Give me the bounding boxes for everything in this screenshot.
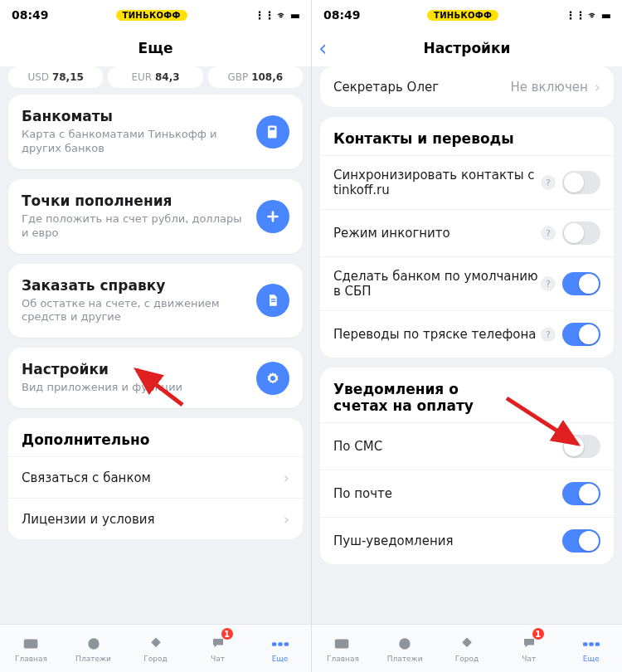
tab-more[interactable]: Еще <box>249 625 311 672</box>
badge-chat: 1 <box>532 628 544 640</box>
battery-icon: ▬ <box>601 9 610 22</box>
currency-gbp[interactable]: GBP 108,6 <box>208 66 303 88</box>
help-icon[interactable]: ? <box>541 226 556 241</box>
svg-point-7 <box>88 638 99 649</box>
row-sync-contacts: Синхронизировать контакты с tinkoff.ru ? <box>320 155 614 209</box>
tab-home[interactable]: Главная <box>0 625 62 672</box>
status-icons: ⋮⋮ ᯤ ▬ <box>255 9 299 22</box>
section-extra: Дополнительно Связаться с банком › Лицен… <box>8 418 303 539</box>
row-shake: Переводы по тряске телефона ? <box>320 310 614 358</box>
status-icons: ⋮⋮ ᯤ ▬ <box>566 9 610 22</box>
tab-payments[interactable]: Платежи <box>62 625 124 672</box>
tab-chat[interactable]: 1Чат <box>498 625 560 672</box>
row-label: Секретарь Олег <box>333 80 439 95</box>
card-title: Заказать справку <box>22 277 246 294</box>
back-button[interactable]: ‹ <box>318 36 327 61</box>
svg-rect-1 <box>270 128 275 130</box>
section-head: Уведомления о счетах на оплату <box>320 368 503 422</box>
svg-rect-15 <box>595 642 600 646</box>
row-contact-bank[interactable]: Связаться с банком › <box>8 456 303 498</box>
pay-icon <box>85 635 103 653</box>
status-bar: 08:49 ТИНЬКОФФ ⋮⋮ ᯤ ▬ <box>0 0 311 30</box>
section-head: Дополнительно <box>8 418 303 456</box>
status-bar: 08:49 ТИНЬКОФФ ⋮⋮ ᯤ ▬ <box>312 0 622 30</box>
toggle-push[interactable] <box>562 529 600 553</box>
wifi-icon: ᯤ <box>588 9 598 22</box>
row-label: По СМС <box>333 439 562 454</box>
row-label: По почте <box>333 486 562 501</box>
toggle-default-bank[interactable] <box>562 272 600 295</box>
city-icon <box>458 635 476 653</box>
time: 08:49 <box>323 8 361 22</box>
currency-usd[interactable]: USD 78,15 <box>8 66 103 88</box>
row-push: Пуш-уведомления <box>320 517 614 564</box>
row-label: Связаться с банком <box>22 470 151 485</box>
brand-pill: ТИНЬКОФФ <box>116 10 187 21</box>
wifi-icon: ᯤ <box>277 9 287 22</box>
help-icon[interactable]: ? <box>541 276 556 291</box>
card-title: Банкоматы <box>22 108 246 124</box>
toggle-shake[interactable] <box>562 323 600 346</box>
tab-more[interactable]: Еще <box>560 625 622 672</box>
svg-rect-9 <box>278 642 283 646</box>
svg-rect-6 <box>23 639 37 648</box>
svg-rect-14 <box>589 642 594 646</box>
svg-point-5 <box>270 376 275 381</box>
pay-icon <box>396 635 414 653</box>
help-icon[interactable]: ? <box>541 175 556 190</box>
navbar: ‹ Настройки <box>312 30 622 66</box>
row-status: Не включен <box>511 80 588 95</box>
content-left[interactable]: USD 78,15 EUR 84,3 GBP 108,6 БанкоматыКа… <box>0 66 311 624</box>
cellular-icon: ⋮⋮ <box>255 9 275 22</box>
card-sub: Где положить на счет рубли, доллары и ев… <box>22 212 246 241</box>
content-right[interactable]: Секретарь Олег Не включен› Контакты и пе… <box>312 66 622 624</box>
tabbar: Главная Платежи Город 1Чат Еще <box>0 624 311 672</box>
badge-chat: 1 <box>221 628 233 640</box>
chevron-right-icon: › <box>284 469 289 486</box>
navbar: Еще <box>0 30 311 66</box>
doc-icon <box>256 284 289 317</box>
card-title: Точки пополнения <box>22 192 246 209</box>
section-contacts: Контакты и переводы Синхронизировать кон… <box>320 117 614 358</box>
svg-rect-2 <box>271 299 275 299</box>
card-atms[interactable]: БанкоматыКарта с банкоматами Тинькофф и … <box>8 95 303 169</box>
brand-pill: ТИНЬКОФФ <box>427 10 498 21</box>
row-label: Переводы по тряске телефона <box>333 327 541 342</box>
tab-city[interactable]: Город <box>436 625 498 672</box>
section-notifications: Уведомления о счетах на оплату По СМС По… <box>320 368 614 564</box>
toggle-sync[interactable] <box>562 171 600 194</box>
row-label: Синхронизировать контакты с tinkoff.ru <box>333 168 541 197</box>
page-title: Настройки <box>424 40 511 56</box>
toggle-incognito[interactable] <box>562 222 600 245</box>
card-statement[interactable]: Заказать справкуОб остатке на счете, с д… <box>8 264 303 338</box>
tab-payments[interactable]: Платежи <box>374 625 436 672</box>
toggle-email[interactable] <box>562 482 600 505</box>
svg-rect-13 <box>582 642 587 646</box>
card-topup[interactable]: Точки пополненияГде положить на счет руб… <box>8 179 303 254</box>
svg-rect-3 <box>271 301 275 302</box>
tab-chat[interactable]: 1Чат <box>187 625 249 672</box>
help-icon[interactable]: ? <box>541 327 556 342</box>
page-title: Еще <box>138 40 173 56</box>
home-icon <box>333 635 352 653</box>
battery-icon: ▬ <box>290 9 299 22</box>
gear-icon <box>256 362 289 395</box>
svg-rect-10 <box>284 642 289 646</box>
tab-city[interactable]: Город <box>124 625 187 672</box>
section-secretary: Секретарь Олег Не включен› <box>320 66 614 107</box>
row-secretary[interactable]: Секретарь Олег Не включен› <box>320 66 614 107</box>
currency-eur[interactable]: EUR 84,3 <box>108 66 202 88</box>
row-label: Сделать банком по умолчанию в СБП <box>333 269 541 299</box>
atm-icon <box>256 115 289 149</box>
svg-rect-8 <box>271 642 276 646</box>
more-icon <box>271 635 289 653</box>
row-incognito: Режим инкогнито ? <box>320 209 614 256</box>
card-settings[interactable]: НастройкиВид приложения и функции <box>8 348 303 408</box>
plus-icon <box>256 200 289 233</box>
phone-right: 08:49 ТИНЬКОФФ ⋮⋮ ᯤ ▬ ‹ Настройки Секрет… <box>311 0 622 672</box>
row-licenses[interactable]: Лицензии и условия › <box>8 498 303 539</box>
toggle-sms[interactable] <box>562 435 600 458</box>
phone-left: 08:49 ТИНЬКОФФ ⋮⋮ ᯤ ▬ Еще USD 78,15 EUR … <box>0 0 311 672</box>
home-icon <box>22 635 41 653</box>
tab-home[interactable]: Главная <box>312 625 374 672</box>
